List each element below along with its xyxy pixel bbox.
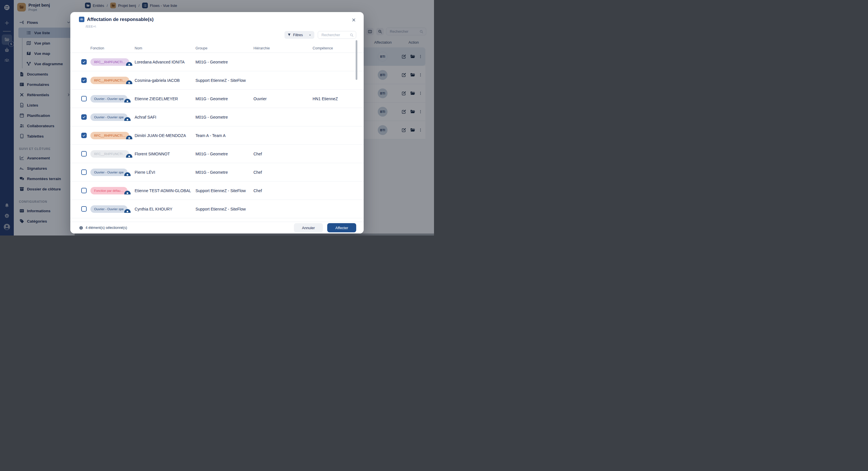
- groupe-cell: M01G - Geometre: [195, 60, 253, 64]
- nom-cell: Cynthia EL KHOURY: [135, 207, 195, 211]
- nom-cell: Florent SIMONNOT: [135, 152, 195, 156]
- modal-subtitle: /EEE+\: [86, 25, 96, 28]
- groupe-cell: Support EtienneZ - SiteFlow: [195, 78, 253, 83]
- person-badge-icon: [124, 99, 131, 102]
- row-checkbox[interactable]: [81, 188, 87, 193]
- row-checkbox[interactable]: [81, 133, 87, 138]
- groupe-cell: M01G - Geometre: [195, 152, 253, 156]
- person-badge-icon: [124, 209, 131, 213]
- function-badge: Ouvrier - Ouvrier spe: [90, 95, 127, 102]
- fonction-cell: RFC__RHPFUNCTI…: [90, 58, 135, 66]
- caret-down-icon: [309, 34, 311, 36]
- person-badge-icon: [124, 191, 131, 195]
- row-checkbox[interactable]: [81, 59, 87, 65]
- person-row[interactable]: Fonction par défau…Etienne TEST-ADMIN-GL…: [70, 181, 364, 200]
- assignment-people-icon: [79, 17, 84, 22]
- function-badge-label: RFC__RHPFUNCTI…: [94, 79, 125, 82]
- function-badge-label: RFC__RHPFUNCTI…: [94, 134, 125, 137]
- checkbox-cell: [81, 96, 90, 101]
- checkbox-cell: [81, 59, 90, 65]
- column-header-hierarchie: Hiérarchie: [253, 46, 313, 50]
- nom-cell: Cosmina-gabriela IACOB: [135, 78, 195, 83]
- nom-cell: Etienne TEST-ADMIN-GLOBAL: [135, 188, 195, 193]
- fonction-cell: RFC__RHPFUNCTI…: [90, 132, 135, 139]
- cancel-button[interactable]: Annuler: [294, 223, 323, 232]
- function-badge: RFC__RHPFUNCTI…: [90, 77, 129, 84]
- search-icon: [350, 33, 353, 37]
- person-row[interactable]: RFC__RHPFUNCTI…Cosmina-gabriela IACOBSup…: [70, 71, 364, 90]
- person-row[interactable]: Ouvrier - Ouvrier speCynthia EL KHOURYSu…: [70, 200, 364, 218]
- modal-footer: 4 élément(s) sélectionné(s) Annuler Affe…: [70, 222, 364, 234]
- modal-title: Affectation de responsable(s): [87, 17, 154, 22]
- row-checkbox[interactable]: [81, 206, 87, 212]
- close-icon: [352, 18, 356, 22]
- person-badge-icon: [124, 117, 131, 121]
- filters-label: Filtres: [293, 33, 303, 37]
- function-badge-label: Ouvrier - Ouvrier spe: [94, 207, 124, 211]
- person-row[interactable]: Ouvrier - Ouvrier speAchraf SAFIM01G - G…: [70, 108, 364, 126]
- filters-dropdown[interactable]: Filtres: [284, 31, 314, 39]
- column-header-nom: Nom: [135, 46, 195, 50]
- nom-cell: Achraf SAFI: [135, 115, 195, 119]
- person-badge-icon: [126, 136, 132, 139]
- function-badge: RFC__RHPFUNCTI…: [90, 132, 129, 139]
- function-badge: RFC__RHPFUNCTI…: [90, 58, 129, 66]
- column-header-competence: Compétence: [313, 46, 355, 50]
- function-badge: RFC__RHPFUNCTI…: [90, 150, 129, 158]
- groupe-cell: M01G - Geometre: [195, 170, 253, 175]
- person-row[interactable]: Ouvrier - Ouvrier speEtienne ZIEGELMEYER…: [70, 90, 364, 108]
- modal-search-input[interactable]: [321, 33, 350, 37]
- groupe-cell: M01G - Geometre: [195, 115, 253, 119]
- person-badge-icon: [126, 62, 132, 66]
- groupe-cell: Support EtienneZ - SiteFlow: [195, 188, 253, 193]
- vertical-scrollbar[interactable]: [355, 40, 358, 80]
- column-header-groupe: Groupe: [195, 46, 253, 50]
- fonction-cell: Ouvrier - Ouvrier spe: [90, 95, 135, 102]
- modal-table-headers: Fonction Nom Groupe Hiérarchie Compétenc…: [70, 43, 364, 53]
- competence-cell: HN1 EtienneZ: [313, 96, 355, 101]
- checkbox-cell: [81, 206, 90, 212]
- function-badge-label: Fonction par défau…: [94, 189, 124, 193]
- fonction-cell: Ouvrier - Ouvrier spe: [90, 113, 135, 121]
- person-row[interactable]: RFC__RHPFUNCTI…Florent SIMONNOTM01G - Ge…: [70, 145, 364, 163]
- row-checkbox[interactable]: [81, 151, 87, 156]
- groupe-cell: Team A - Team A: [195, 133, 253, 138]
- check-icon: [82, 60, 86, 64]
- nom-cell: Pierre LÉVI: [135, 170, 195, 175]
- nom-cell: Dimitri JUAN-DE-MENDOZA: [135, 133, 195, 138]
- modal-search[interactable]: [318, 31, 356, 39]
- nom-cell: Loredana Advanced IONITA: [135, 60, 195, 64]
- close-button[interactable]: [350, 16, 358, 24]
- fonction-cell: RFC__RHPFUNCTI…: [90, 77, 135, 84]
- checkbox-cell: [81, 114, 90, 120]
- checkbox-cell: [81, 78, 90, 83]
- row-checkbox[interactable]: [81, 96, 87, 101]
- checkbox-cell: [81, 188, 90, 193]
- assign-button[interactable]: Affecter: [327, 223, 356, 232]
- function-badge: Ouvrier - Ouvrier spe: [90, 205, 127, 213]
- checkbox-cell: [81, 133, 90, 138]
- fonction-cell: Fonction par défau…: [90, 187, 135, 195]
- check-icon: [82, 115, 86, 119]
- person-badge-icon: [126, 154, 132, 158]
- groupe-cell: M01G - Geometre: [195, 96, 253, 101]
- function-badge: Ouvrier - Ouvrier spe: [90, 113, 127, 121]
- person-badge-icon: [126, 81, 132, 84]
- row-checkbox[interactable]: [81, 170, 87, 175]
- person-row[interactable]: RFC__RHPFUNCTI…Dimitri JUAN-DE-MENDOZATe…: [70, 126, 364, 145]
- row-checkbox[interactable]: [81, 114, 87, 120]
- person-badge-icon: [124, 172, 131, 176]
- row-checkbox[interactable]: [81, 78, 87, 83]
- hierarchie-cell: Chef: [253, 188, 313, 193]
- check-icon: [82, 134, 86, 137]
- person-row[interactable]: Ouvrier - Ouvrier spePierre LÉVIM01G - G…: [70, 163, 364, 181]
- fonction-cell: Ouvrier - Ouvrier spe: [90, 205, 135, 213]
- checkbox-cell: [81, 151, 90, 156]
- groupe-cell: Support EtienneZ - SiteFlow: [195, 207, 253, 211]
- fonction-cell: RFC__RHPFUNCTI…: [90, 150, 135, 158]
- app: 5 Projet benj Projet FlowsVue listeVue p…: [0, 0, 434, 235]
- hierarchie-cell: Ouvrier: [253, 96, 313, 101]
- fonction-cell: Ouvrier - Ouvrier spe: [90, 169, 135, 176]
- person-row[interactable]: RFC__RHPFUNCTI…Loredana Advanced IONITAM…: [70, 53, 364, 71]
- function-badge-label: RFC__RHPFUNCTI…: [94, 152, 125, 156]
